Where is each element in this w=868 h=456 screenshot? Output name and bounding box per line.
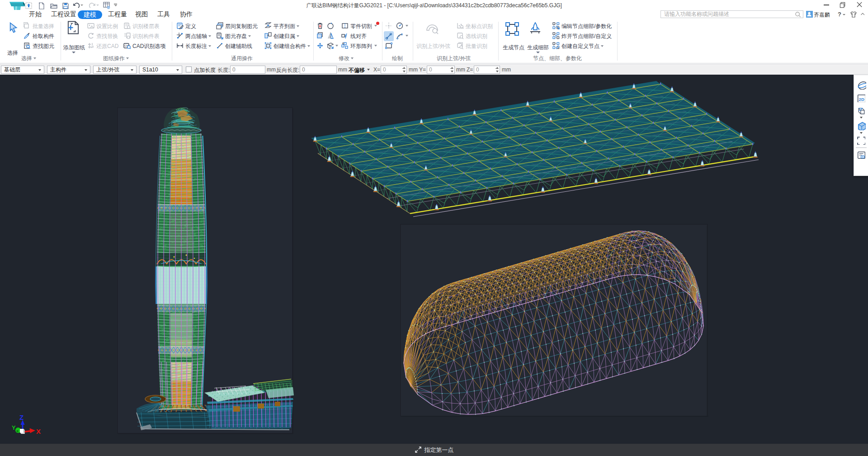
svg-text:2D: 2D xyxy=(859,97,864,102)
svg-text:X: X xyxy=(36,428,41,435)
svg-text:Z: Z xyxy=(19,413,24,421)
svg-text:Y: Y xyxy=(12,424,16,431)
